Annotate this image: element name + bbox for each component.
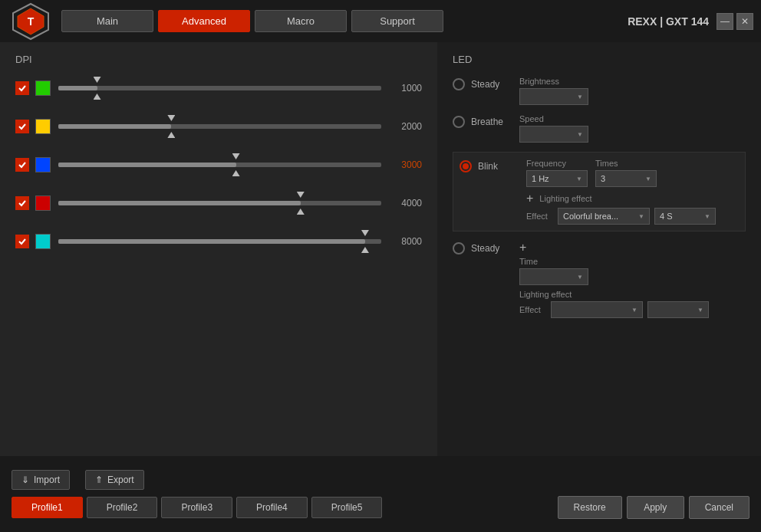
effect-dropdown-blink[interactable]: Colorful brea... ▼ bbox=[558, 208, 650, 225]
effect-arrow-steady2: ▼ bbox=[631, 307, 637, 314]
dpi-checkbox-3[interactable] bbox=[15, 158, 29, 172]
led-section-blink: Blink Frequency 1 Hz ▼ Times bbox=[453, 152, 746, 232]
speed-arrow-breathe: ▼ bbox=[577, 131, 583, 138]
dpi-checkbox-2[interactable] bbox=[15, 120, 29, 133]
dpi-checkbox-4[interactable] bbox=[15, 196, 29, 210]
dpi-slider-3[interactable] bbox=[58, 153, 381, 176]
import-button[interactable]: ⇓ Import bbox=[12, 470, 70, 490]
profiles-row: Profile1 Profile2 Profile3 Profile4 Prof… bbox=[12, 496, 749, 519]
dpi-color-4[interactable] bbox=[35, 195, 51, 211]
close-button[interactable]: ✕ bbox=[736, 13, 753, 30]
dpi-checkbox-1[interactable] bbox=[15, 81, 29, 95]
time-arrow: ▼ bbox=[577, 274, 583, 281]
brightness-dropdown[interactable]: ▼ bbox=[519, 88, 588, 105]
profile-button-1[interactable]: Profile1 bbox=[12, 497, 83, 518]
nav-buttons: Main Advanced Macro Support bbox=[61, 10, 628, 32]
dpi-slider-5[interactable] bbox=[58, 230, 381, 253]
led-section-steady1: Steady Brightness ▼ bbox=[453, 77, 746, 105]
led-section-breathe: Breathe Speed ▼ bbox=[453, 114, 746, 143]
profiles-left: Profile1 Profile2 Profile3 Profile4 Prof… bbox=[12, 497, 382, 518]
effect-value-blink: Colorful brea... bbox=[563, 212, 618, 221]
steady2-label: Steady bbox=[471, 243, 513, 254]
lighting-effect-label-steady2: Lighting effect bbox=[519, 290, 746, 299]
import-export-row: ⇓ Import ⇑ Export bbox=[12, 470, 749, 490]
dpi-row-1: 1000 bbox=[15, 77, 422, 100]
frequency-arrow: ▼ bbox=[576, 176, 582, 182]
led-section-steady2: Steady + Time ▼ Lighting effect bbox=[453, 241, 746, 318]
main-content: DPI 1000 bbox=[0, 42, 761, 456]
bottom-bar: ⇓ Import ⇑ Export Profile1 Profile2 Prof… bbox=[0, 456, 761, 532]
dpi-value-3: 3000 bbox=[387, 159, 422, 170]
export-button[interactable]: ⇑ Export bbox=[85, 470, 144, 490]
radio-breathe[interactable] bbox=[453, 116, 465, 128]
profile-button-5[interactable]: Profile5 bbox=[311, 497, 383, 518]
brightness-label: Brightness bbox=[519, 77, 746, 86]
effect-speed-dropdown-blink[interactable]: 4 S ▼ bbox=[654, 208, 716, 225]
advanced-nav-button[interactable]: Advanced bbox=[158, 10, 250, 32]
times-value: 3 bbox=[601, 174, 605, 183]
export-icon: ⇑ bbox=[95, 475, 103, 485]
blink-label: Blink bbox=[478, 161, 520, 172]
window-controls: — ✕ bbox=[717, 13, 753, 30]
breathe-label: Breathe bbox=[471, 117, 513, 127]
dpi-color-5[interactable] bbox=[35, 234, 51, 249]
dpi-color-3[interactable] bbox=[35, 157, 51, 172]
led-panel: LED Steady Brightness ▼ bbox=[437, 42, 761, 456]
effect-label-blink: Effect bbox=[526, 212, 553, 221]
import-icon: ⇓ bbox=[21, 475, 29, 485]
dpi-panel: DPI 1000 bbox=[0, 42, 437, 456]
effect-speed-dropdown-steady2[interactable]: ▼ bbox=[647, 301, 709, 318]
action-buttons: Restore Apply Cancel bbox=[558, 496, 749, 519]
app-logo: T bbox=[8, 0, 54, 42]
times-label: Times bbox=[595, 159, 657, 168]
radio-steady1[interactable] bbox=[453, 78, 465, 90]
export-label: Export bbox=[107, 475, 134, 485]
effect-arrow-blink: ▼ bbox=[638, 213, 644, 220]
dpi-row-4: 4000 bbox=[15, 192, 422, 215]
support-nav-button[interactable]: Support bbox=[351, 10, 443, 32]
dpi-value-1: 1000 bbox=[387, 83, 422, 94]
time-dropdown[interactable]: ▼ bbox=[519, 268, 588, 285]
dpi-row-5: 8000 bbox=[15, 230, 422, 253]
dpi-value-5: 8000 bbox=[387, 236, 422, 247]
led-title: LED bbox=[453, 54, 746, 65]
dpi-slider-4[interactable] bbox=[58, 192, 381, 215]
brightness-arrow: ▼ bbox=[577, 94, 583, 100]
profile-button-3[interactable]: Profile3 bbox=[161, 497, 232, 518]
dpi-value-2: 2000 bbox=[387, 121, 422, 132]
profile-button-4[interactable]: Profile4 bbox=[236, 497, 308, 518]
radio-blink[interactable] bbox=[460, 160, 472, 172]
restore-button[interactable]: Restore bbox=[558, 496, 622, 519]
frequency-dropdown[interactable]: 1 Hz ▼ bbox=[526, 170, 588, 187]
lighting-effect-label-blink: Lighting effect bbox=[539, 194, 591, 203]
dpi-color-2[interactable] bbox=[35, 119, 51, 134]
dpi-slider-2[interactable] bbox=[58, 115, 381, 138]
effect-plus-steady2[interactable]: + bbox=[519, 241, 526, 255]
effect-plus-blink[interactable]: + bbox=[526, 192, 533, 205]
effect-dropdown-steady2[interactable]: ▼ bbox=[551, 301, 643, 318]
dpi-value-4: 4000 bbox=[387, 198, 422, 209]
import-label: Import bbox=[34, 475, 60, 485]
speed-label-breathe: Speed bbox=[519, 114, 746, 123]
macro-nav-button[interactable]: Macro bbox=[255, 10, 347, 32]
apply-button[interactable]: Apply bbox=[627, 496, 684, 519]
effect-speed-value-blink: 4 S bbox=[660, 212, 673, 221]
title-bar: T Main Advanced Macro Support REXX | GXT… bbox=[0, 0, 761, 42]
speed-dropdown-breathe[interactable]: ▼ bbox=[519, 126, 588, 143]
cancel-button[interactable]: Cancel bbox=[689, 496, 749, 519]
profile-button-2[interactable]: Profile2 bbox=[87, 497, 158, 518]
effect-label-steady2: Effect bbox=[519, 305, 546, 314]
dpi-row-2: 2000 bbox=[15, 115, 422, 138]
frequency-value: 1 Hz bbox=[532, 174, 549, 183]
radio-steady2[interactable] bbox=[453, 242, 465, 255]
svg-text:T: T bbox=[28, 15, 35, 28]
dpi-checkbox-5[interactable] bbox=[15, 235, 29, 248]
frequency-label: Frequency bbox=[526, 159, 588, 168]
dpi-color-1[interactable] bbox=[35, 80, 51, 96]
times-dropdown[interactable]: 3 ▼ bbox=[595, 170, 657, 187]
dpi-slider-1[interactable] bbox=[58, 77, 381, 100]
dpi-row-3: 3000 bbox=[15, 153, 422, 176]
steady1-label: Steady bbox=[471, 79, 513, 90]
minimize-button[interactable]: — bbox=[717, 13, 733, 30]
main-nav-button[interactable]: Main bbox=[61, 10, 153, 32]
